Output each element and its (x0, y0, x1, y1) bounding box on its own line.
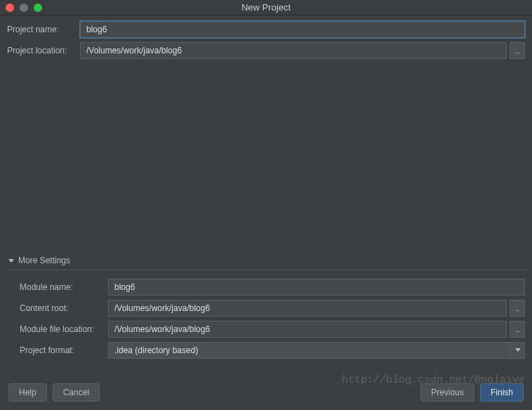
ellipsis-icon: ... (515, 305, 519, 312)
more-settings-panel: Module name: Content root: ... Module fi… (7, 270, 525, 359)
module-name-label: Module name: (20, 282, 108, 292)
help-button[interactable]: Help (8, 383, 47, 402)
content-root-input[interactable] (108, 300, 507, 317)
dialog-content: Project name: Project location: ... More… (0, 15, 532, 359)
project-location-input[interactable] (80, 42, 507, 59)
browse-module-file-button[interactable]: ... (510, 321, 525, 338)
module-name-row: Module name: (20, 279, 525, 296)
chevron-down-icon (7, 256, 15, 265)
more-settings-toggle[interactable]: More Settings (7, 253, 525, 268)
ellipsis-icon: ... (515, 326, 519, 333)
browse-content-root-button[interactable]: ... (510, 300, 525, 317)
content-root-row: Content root: ... (20, 300, 525, 317)
project-format-value: .idea (directory based) (108, 342, 511, 359)
dropdown-arrow-icon (511, 342, 525, 359)
module-file-location-row: Module file location: ... (20, 321, 525, 338)
empty-space (7, 63, 525, 253)
ellipsis-icon: ... (515, 47, 519, 55)
content-root-label: Content root: (20, 303, 108, 313)
project-name-input[interactable] (80, 21, 525, 38)
finish-button[interactable]: Finish (480, 383, 524, 402)
previous-button[interactable]: Previous (420, 383, 474, 402)
maximize-window-button[interactable] (34, 4, 42, 12)
cancel-button[interactable]: Cancel (53, 383, 100, 402)
project-location-label: Project location: (7, 46, 80, 55)
close-window-button[interactable] (6, 4, 14, 12)
module-file-location-label: Module file location: (20, 324, 108, 334)
project-format-row: Project format: .idea (directory based) (20, 342, 525, 359)
project-format-label: Project format: (20, 345, 108, 355)
window-title: New Project (0, 2, 532, 13)
more-settings-label: More Settings (18, 256, 70, 265)
project-name-label: Project name: (7, 25, 80, 34)
module-name-input[interactable] (108, 279, 525, 296)
titlebar: New Project (0, 0, 532, 15)
browse-location-button[interactable]: ... (510, 42, 525, 59)
project-location-row: Project location: ... (7, 42, 525, 59)
minimize-window-button[interactable] (20, 4, 28, 12)
project-name-row: Project name: (7, 21, 525, 38)
window-controls (0, 4, 42, 12)
dialog-button-bar: Help Cancel Previous Finish (0, 383, 532, 402)
module-file-location-input[interactable] (108, 321, 507, 338)
project-format-select[interactable]: .idea (directory based) (108, 342, 525, 359)
